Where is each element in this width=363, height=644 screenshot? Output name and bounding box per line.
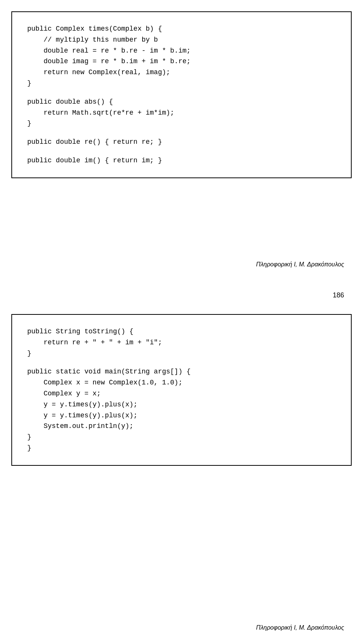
page: public Complex times(Complex b) { // myl… [0,0,363,644]
bottom-line-4: public static void main(String args[]) { [27,366,336,377]
code-line-1: public Complex times(Complex b) { [27,23,336,34]
spacer-3 [27,148,336,155]
attribution-top: Πληροφορική Ι, Μ. Δρακόπουλος [256,261,344,268]
bottom-line-8: y = y.times(y).plus(x); [27,410,336,421]
bottom-line-6: Complex y = x; [27,388,336,399]
code-line-6: } [27,78,336,89]
bottom-line-5: Complex x = new Complex(1.0, 1.0); [27,377,336,388]
bottom-line-11: } [27,443,336,454]
spacer-1 [27,89,336,96]
bottom-line-1: public String toString() { [27,326,336,337]
code-line-7: public double abs() { [27,96,336,107]
code-line-2: // myltiply this number by b [27,34,336,45]
bottom-line-2: return re + " + " + im + "i"; [27,337,336,348]
spacer-2 [27,129,336,137]
attribution-bottom: Πληροφορική Ι, Μ. Δρακόπουλος [256,624,344,631]
bottom-line-10: } [27,432,336,443]
top-code-block: public Complex times(Complex b) { // myl… [11,11,352,178]
bottom-line-7: y = y.times(y).plus(x); [27,399,336,410]
code-line-4: double imag = re * b.im + im * b.re; [27,56,336,67]
spacer-4 [27,359,336,366]
code-line-10: public double re() { return re; } [27,137,336,148]
code-line-11: public double im() { return im; } [27,155,336,166]
code-line-5: return new Complex(real, imag); [27,67,336,78]
bottom-line-3: } [27,348,336,359]
code-line-9: } [27,118,336,129]
code-line-8: return Math.sqrt(re*re + im*im); [27,107,336,118]
bottom-line-9: System.out.println(y); [27,421,336,432]
page-number: 186 [333,291,344,299]
bottom-code-block: public String toString() { return re + "… [11,314,352,466]
code-line-3: double real = re * b.re - im * b.im; [27,45,336,56]
